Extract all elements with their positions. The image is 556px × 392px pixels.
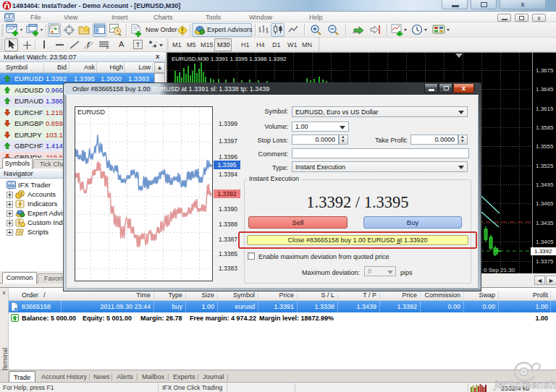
svg-text:!: ! (181, 27, 183, 35)
svg-text:1.3435: 1.3435 (536, 220, 554, 226)
svg-text:1.3645: 1.3645 (536, 86, 554, 93)
svg-text:1.3405: 1.3405 (536, 239, 554, 245)
svg-text:1.3495: 1.3495 (536, 182, 554, 188)
svg-text:T: T (136, 41, 140, 48)
svg-text:1.3465: 1.3465 (536, 200, 554, 207)
svg-text:1.3615: 1.3615 (536, 106, 554, 112)
svg-text:1.3375: 1.3375 (536, 258, 554, 265)
svg-text:1.3525: 1.3525 (536, 163, 554, 169)
svg-text:f: f (87, 41, 90, 49)
svg-text:1.3392: 1.3392 (534, 248, 552, 255)
svg-text:0 Sep 21:30: 0 Sep 21:30 (484, 267, 515, 273)
svg-text:1.3585: 1.3585 (536, 124, 554, 131)
svg-text:EURUSD,M30 1.3391 1.3395 1.33: EURUSD,M30 1.3391 1.3395 1.3386 1.3392 (172, 56, 287, 62)
svg-text:F: F (106, 46, 109, 49)
svg-text:1.3675: 1.3675 (536, 67, 554, 74)
svg-text:1.3555: 1.3555 (536, 143, 554, 150)
